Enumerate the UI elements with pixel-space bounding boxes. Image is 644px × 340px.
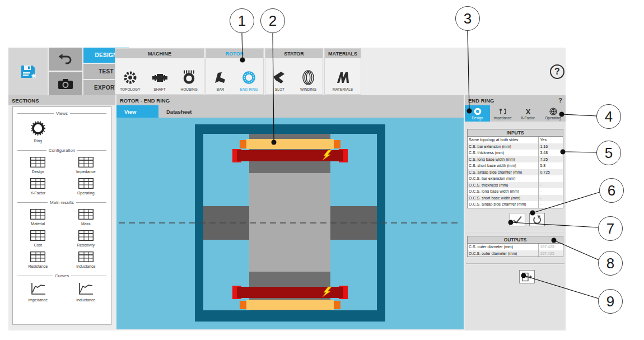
sidebar-item-label: Resistance [28,264,48,268]
sidebar-item-inductance-curve[interactable]: Inductance [76,282,95,302]
sidebar-item-design[interactable]: Design [30,157,45,174]
output-value: 167.425 [538,250,563,257]
input-value[interactable]: 3.48 [538,150,563,156]
table-row: C.S. thickness (mm)3.48 [468,150,563,156]
rotor-bar-bottom [240,300,340,310]
sidebar-item-label: Ring [34,139,42,143]
sidebar-item-impedance[interactable]: Impedance [76,157,96,174]
main-results-legend: Main results [17,200,106,205]
input-label: O.C.S. thickness (mm) [468,183,538,187]
table-icon [78,157,94,167]
input-label: O.C.S. long base width (mm) [468,189,538,193]
save-button[interactable]: ✱ [8,48,48,95]
table-row: O.C.S. bar extension (mm)- [468,175,563,182]
tab-operating[interactable]: Operating [540,105,566,122]
tab-impedance[interactable]: Impedance [490,105,515,122]
table-row: O.C.S. thickness (mm)- [468,182,563,189]
input-label: O.C.S. bar extension (mm) [468,176,538,180]
table-icon [30,230,45,241]
callout-8: 8 [598,251,623,276]
materials-group: MATERIALS MATERIALS [324,48,361,95]
materials-button[interactable]: MATERIALS [325,58,361,94]
table-icon [30,251,45,262]
panel-help-button[interactable]: ? [558,97,562,104]
end-ring-drawing [116,118,464,329]
tab-x-factor[interactable]: X X-Factor [515,105,540,122]
sidebar-item-material[interactable]: Material [30,209,45,226]
sidebar-item-resistivity[interactable]: Resistivity [77,230,95,247]
top-toolbar: ✱ DESIGN [8,48,566,95]
screenshot-button[interactable] [49,72,82,95]
table-icon [78,230,94,241]
shaft-button[interactable]: SHAFT [145,58,175,94]
tab-label: X-Factor [521,116,535,120]
help-button[interactable]: ? [550,64,564,79]
input-value[interactable]: Yes [538,137,563,143]
tab-view[interactable]: View [116,105,158,118]
table-row: O.C.S. airgap side chamfer (mm)- [468,201,563,208]
divider [466,263,564,264]
sidebar-item-cost[interactable]: Cost [30,230,45,247]
end-ring-bottom [232,286,348,299]
input-value[interactable]: - [538,182,563,189]
housing-button[interactable]: HOUSING [174,58,204,94]
input-value[interactable]: 5.8 [538,162,563,169]
slot-button[interactable]: SLOT [265,58,294,94]
input-value[interactable]: - [538,201,563,208]
end-ring-icon [241,70,256,85]
export-report-button[interactable] [519,270,535,283]
sidebar-item-impedance-curve[interactable]: Impedance [28,282,48,302]
table-row: Same topology at both sidesYes [468,137,563,143]
input-value[interactable]: 7.25 [538,156,563,163]
topology-button[interactable]: TOPOLOGY [115,58,145,94]
end-ring-button[interactable]: END RING [235,58,263,94]
sidebar-item-mass[interactable]: Mass [78,209,94,226]
tab-design[interactable]: Design [465,105,490,122]
sidebar-item-operating[interactable]: Operating [77,178,95,195]
apply-button[interactable] [510,213,525,226]
materials-label: MATERIALS [333,87,353,91]
bar-button[interactable]: BAR [206,58,235,94]
tab-datasheet[interactable]: Datasheet [158,105,200,118]
callout-3: 3 [455,6,480,31]
sidebar-item-label: Resistivity [77,243,95,247]
table-icon [78,178,94,189]
sidebar-item-resistance[interactable]: Resistance [28,251,48,268]
input-value[interactable]: 1.16 [538,143,563,150]
housing-label: HOUSING [181,87,198,91]
input-label: C.S. airgap side chamfer (mm) [468,170,538,174]
table-row: C.S. long base width (mm)7.25 [468,156,563,163]
input-value[interactable]: - [538,175,563,182]
winding-button[interactable]: WINDING [294,58,323,94]
callout-4: 4 [596,104,621,129]
callout-1: 1 [230,8,254,33]
sidebar-item-x-factor[interactable]: X-Factor [30,178,45,195]
save-icon: ✱ [19,63,37,81]
tab-label: Design [472,116,483,120]
end-ring-drawing-canvas[interactable] [116,118,464,329]
topology-label: TOPOLOGY [120,87,140,91]
reset-button[interactable] [529,213,545,226]
table-row: O.C.S. long base width (mm)- [468,188,563,195]
table-row: O.C.S. outer diameter (mm)167.425 [468,250,563,257]
outputs-table: C.S. outer diameter (mm)167.425 O.C.S. o… [467,244,563,257]
input-value[interactable]: 0.725 [538,169,563,176]
table-icon [78,209,94,220]
svg-text:✱: ✱ [31,72,36,79]
apply-reset-buttons [510,213,566,226]
undo-button[interactable] [49,48,82,71]
machine-group: MACHINE TOPOLOGY [115,48,204,95]
sidebar-item-inductance[interactable]: Inductance [76,251,95,268]
housing-icon [181,70,197,85]
divider [466,232,564,233]
table-row: C.S. bar extension (mm)1.16 [468,143,563,150]
input-value[interactable]: - [538,188,563,195]
input-value[interactable]: - [538,195,563,202]
winding-label: WINDING [300,87,316,91]
sidebar-item-label: Mass [81,222,91,226]
end-ring-panel-tabs: Design Impedance X X-Factor [465,105,566,122]
slot-label: SLOT [275,87,284,91]
callout-9: 9 [598,289,623,314]
sections-panel: Views Ring Configuration [12,106,111,325]
sidebar-item-ring[interactable]: Ring [30,120,46,143]
